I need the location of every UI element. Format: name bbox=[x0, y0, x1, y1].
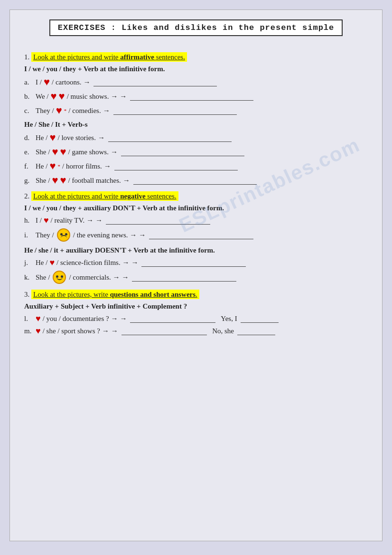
heart-icon-m: ♥ bbox=[36, 327, 41, 335]
answer-line-b bbox=[130, 92, 253, 101]
answer-line-e bbox=[121, 148, 244, 156]
answer-line-k bbox=[132, 273, 236, 282]
answer-line-m-no bbox=[237, 327, 275, 335]
heart-icon-g2: ♥ bbox=[60, 175, 66, 186]
exercise-line-j: j. He / ♥ / science-fiction films. → → bbox=[24, 258, 368, 267]
heart-icon-c: ♥ bbox=[56, 105, 62, 116]
section1-sub-instruction: He / She / It + Verb-s bbox=[24, 121, 368, 129]
heart-icon-e1: ♥ bbox=[52, 147, 58, 157]
smiley-icon-k bbox=[53, 271, 66, 284]
exercise-line-i: i. They / / the evening news. → → bbox=[24, 228, 368, 242]
exercise-line-m: m. ♥ / she / sport shows ? → → No, she bbox=[24, 327, 368, 335]
answer-line-l bbox=[130, 314, 215, 323]
heart-icon-j: ♥ bbox=[49, 258, 55, 267]
section3-label: Look at the pictures, write questions an… bbox=[31, 290, 199, 299]
exercise-line-c: c. They / ♥* / comedies. → bbox=[24, 105, 368, 116]
section3-instruction: Auxiliary + Subject + Verb infinitive + … bbox=[24, 302, 368, 310]
star-c: * bbox=[64, 108, 67, 113]
heart-icon-e2: ♥ bbox=[60, 147, 66, 157]
exercise-line-h: h. I / ♥ / reality TV. → → bbox=[24, 216, 368, 225]
heart-icon-b2: ♥ bbox=[59, 91, 65, 102]
answer-line-d bbox=[108, 133, 232, 142]
heart-icon-h: ♥ bbox=[44, 216, 49, 225]
star-f: * bbox=[57, 163, 60, 169]
exercise-line-f: f. He / ♥* / horror films. → bbox=[24, 161, 368, 171]
exercise-line-g: g. She / ♥ ♥ / football matches. → bbox=[24, 175, 368, 186]
heart-icon-f: ♥ bbox=[49, 161, 56, 171]
exercise-line-l: l. ♥ / you / documentaries ? → → Yes, I bbox=[24, 314, 368, 323]
section1-label: Look at the pictures and write affirmati… bbox=[31, 52, 187, 62]
section2-header: 2. Look at the pictures and write negati… bbox=[24, 192, 368, 200]
answer-line-a bbox=[93, 78, 217, 86]
heart-icon-d: ♥ bbox=[49, 132, 56, 143]
section2-instruction: I / we / you / they + auxiliary DON'T + … bbox=[24, 204, 368, 212]
smiley-sad-icon-i bbox=[57, 228, 70, 242]
exercise-line-d: d. He / ♥ / love stories. → bbox=[24, 132, 368, 143]
answer-line-m bbox=[121, 327, 207, 335]
answer-line-h bbox=[106, 216, 210, 225]
answer-line-c bbox=[113, 106, 237, 115]
page: ESLprintables.com EXERCISES : Likes and … bbox=[9, 9, 383, 541]
section1-instruction: I / we / you / they + Verb at the infini… bbox=[24, 65, 368, 73]
page-title: EXERCISES : Likes and dislikes in the pr… bbox=[49, 19, 343, 36]
title-wrap: EXERCISES : Likes and dislikes in the pr… bbox=[24, 19, 368, 45]
section1-header: 1. Look at the pictures and write affirm… bbox=[24, 53, 368, 61]
heart-icon-l: ♥ bbox=[36, 314, 41, 323]
heart-icon-a: ♥ bbox=[44, 77, 50, 87]
section3-header: 3. Look at the pictures, write questions… bbox=[24, 291, 368, 299]
answer-line-g bbox=[133, 176, 257, 185]
section2-label: Look at the pictures and write negative … bbox=[31, 191, 178, 201]
exercise-line-a: a. I / ♥ / cartoons. → bbox=[24, 77, 368, 87]
exercise-line-k: k. She / / commercials. → → bbox=[24, 271, 368, 284]
exercise-line-b: b. We / ♥ ♥ / music shows. → → bbox=[24, 91, 368, 102]
heart-icon-b1: ♥ bbox=[51, 91, 57, 102]
section2-sub-instruction: He / she / it + auxiliary DOESN'T + Verb… bbox=[24, 246, 368, 254]
answer-line-f bbox=[114, 162, 238, 170]
answer-line-i bbox=[149, 231, 253, 239]
answer-line-l-yes bbox=[241, 314, 279, 323]
heart-icon-g1: ♥ bbox=[52, 175, 58, 186]
exercise-line-e: e. She / ♥ ♥ / game shows. → bbox=[24, 147, 368, 157]
answer-line-j bbox=[141, 258, 246, 267]
